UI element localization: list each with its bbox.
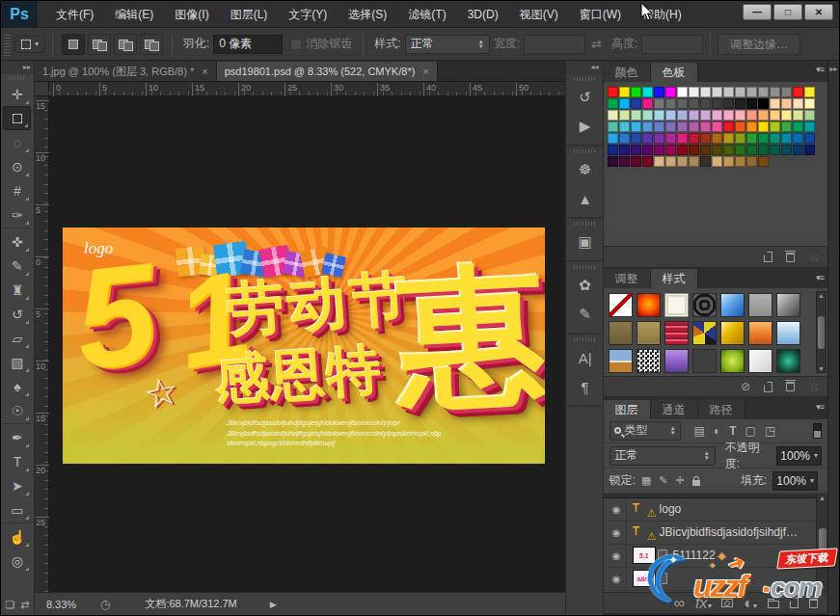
rectangle-tool[interactable]: ▭ xyxy=(3,497,31,522)
swatch-46[interactable] xyxy=(723,110,734,121)
style-white-outline[interactable] xyxy=(664,293,689,317)
swatch-75[interactable] xyxy=(642,133,653,144)
style-tan[interactable] xyxy=(637,321,661,345)
swatches-tab-1[interactable]: 色板 xyxy=(651,63,698,82)
style-empty[interactable] xyxy=(692,349,717,373)
swatch-101[interactable] xyxy=(735,145,745,155)
swatch-7[interactable] xyxy=(689,87,699,97)
swatch-99[interactable] xyxy=(712,145,722,155)
horizontal-ruler[interactable]: 05101520253035404550 xyxy=(49,82,565,96)
eyedropper-tool[interactable]: ✑ xyxy=(3,202,31,227)
swatch-53[interactable] xyxy=(804,110,815,121)
swatch-110[interactable] xyxy=(631,156,641,167)
tab-close-icon[interactable]: × xyxy=(202,66,207,77)
swatch-111[interactable] xyxy=(642,156,653,167)
quick-selection-tool[interactable]: ⊙ xyxy=(3,154,31,178)
swatch-96[interactable] xyxy=(677,145,688,155)
eraser-tool[interactable]: ▱ xyxy=(3,326,31,350)
filter-kind-select[interactable]: 类型 ▲▼ xyxy=(610,421,681,441)
styles-tab-1[interactable]: 样式 xyxy=(651,269,698,288)
pen-tool[interactable]: ✒ xyxy=(3,425,31,449)
layer-row-2[interactable]: ◉5.15111122fx▾ xyxy=(604,545,827,568)
swatch-0[interactable] xyxy=(608,87,618,97)
swatch-30[interactable] xyxy=(746,98,757,109)
layers-tab-2[interactable]: 路径 xyxy=(698,400,745,419)
swatch-32[interactable] xyxy=(770,98,780,109)
swatch-117[interactable] xyxy=(712,156,722,167)
adjustment-layer-icon[interactable]: ◐▾ xyxy=(744,595,757,612)
style-gray-gradient[interactable] xyxy=(776,293,800,317)
swatch-65[interactable] xyxy=(735,121,745,132)
status-arrow-button[interactable]: ▶ xyxy=(270,600,277,609)
menu-item-8[interactable]: 视图(V) xyxy=(509,1,569,28)
move-tool[interactable]: ✛ xyxy=(3,82,31,106)
delete-layer-icon[interactable] xyxy=(809,599,818,608)
new-group-icon[interactable] xyxy=(768,601,779,608)
dock-grip[interactable] xyxy=(574,149,595,153)
style-yellow-bevel[interactable] xyxy=(720,321,745,345)
height-input[interactable] xyxy=(641,35,703,54)
swatch-88[interactable] xyxy=(793,133,803,144)
swatch-69[interactable] xyxy=(781,121,792,132)
actions-icon[interactable]: ▶ xyxy=(566,112,605,141)
swatch-83[interactable] xyxy=(735,133,745,144)
swatch-40[interactable] xyxy=(654,110,664,121)
swatch-97[interactable] xyxy=(689,145,699,155)
swatch-62[interactable] xyxy=(700,121,711,132)
lock-all-icon[interactable] xyxy=(692,480,700,486)
swatch-13[interactable] xyxy=(758,87,769,97)
swatch-52[interactable] xyxy=(793,110,803,121)
swatch-54[interactable] xyxy=(608,121,618,132)
swatch-9[interactable] xyxy=(712,87,722,97)
swatch-118[interactable] xyxy=(723,156,734,167)
new-selection-button[interactable] xyxy=(62,34,85,55)
layers-scrollbar[interactable]: ▲ ▼ xyxy=(816,494,827,592)
layer-visibility-icon[interactable]: ◉ xyxy=(608,522,627,544)
style-select[interactable]: 正常 ▲▼ xyxy=(405,35,490,54)
opacity-field[interactable]: 100% ▾ xyxy=(776,446,822,466)
menu-item-2[interactable]: 图像(I) xyxy=(164,1,219,28)
swatch-14[interactable] xyxy=(770,87,780,97)
swatch-102[interactable] xyxy=(746,145,757,155)
zoom-level-field[interactable]: 8.33% xyxy=(46,599,93,610)
menu-item-1[interactable]: 编辑(E) xyxy=(104,1,164,28)
scroll-up-icon[interactable]: ▲ xyxy=(819,495,826,501)
brush-panel-icon[interactable]: ✎ xyxy=(566,300,605,329)
layer-visibility-icon[interactable]: ◉ xyxy=(608,545,627,567)
swatch-29[interactable] xyxy=(735,98,745,109)
layer-row-1[interactable]: ◉T⚠JBicvjbidfisdjasidofjsihdjf… xyxy=(604,522,827,545)
poster-document[interactable]: logo 5 1 ☆ 劳动节 感恩特 惠 JBicvjbidfisdjasido… xyxy=(63,228,545,464)
layer-style-fx-icon[interactable]: fx▾ xyxy=(695,595,711,612)
style-gray[interactable] xyxy=(748,293,772,317)
swatch-60[interactable] xyxy=(677,121,688,132)
swatch-55[interactable] xyxy=(619,121,630,132)
clone-stamp-tool[interactable]: ♜ xyxy=(3,278,31,302)
swatch-6[interactable] xyxy=(677,87,688,97)
swatch-3[interactable] xyxy=(642,87,653,97)
layer-row-0[interactable]: ◉T⚠logo xyxy=(604,498,827,522)
swatch-81[interactable] xyxy=(712,133,722,144)
subtract-selection-button[interactable] xyxy=(114,34,137,55)
menu-item-6[interactable]: 滤镜(T) xyxy=(397,1,456,28)
swatch-37[interactable] xyxy=(619,110,630,121)
swatch-63[interactable] xyxy=(712,121,722,132)
resize-grip[interactable] xyxy=(810,383,818,390)
minimize-button[interactable]: — xyxy=(743,4,772,20)
swatch-27[interactable] xyxy=(712,98,722,109)
swatch-4[interactable] xyxy=(654,87,664,97)
panel-menu-icon[interactable]: ▾≡ xyxy=(816,65,824,74)
resize-grip[interactable] xyxy=(810,254,818,261)
swatch-74[interactable] xyxy=(631,133,641,144)
document-tab-1[interactable]: psd19801.psd @ 8.33% (522, CMYK/8*)× xyxy=(217,62,438,81)
type-tool[interactable]: T xyxy=(3,449,31,473)
close-button[interactable]: ✕ xyxy=(804,4,833,20)
tool-preset-picker[interactable]: ▾ xyxy=(14,36,45,53)
swatch-103[interactable] xyxy=(758,145,769,155)
swatch-86[interactable] xyxy=(770,133,780,144)
style-green-bevel[interactable] xyxy=(720,349,745,373)
scroll-thumb[interactable] xyxy=(818,316,825,349)
swatch-116[interactable] xyxy=(700,156,711,167)
style-none[interactable] xyxy=(609,293,633,317)
swatch-105[interactable] xyxy=(781,145,792,155)
swatch-44[interactable] xyxy=(700,110,711,121)
